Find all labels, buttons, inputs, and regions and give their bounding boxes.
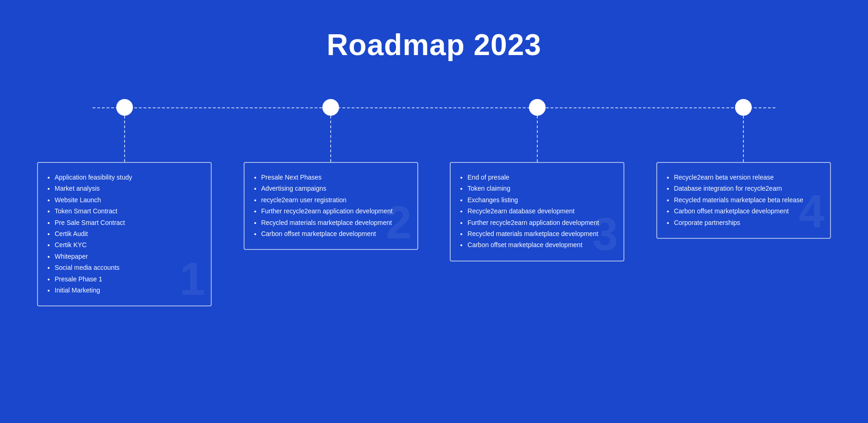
list-item: Corporate partnerships — [674, 218, 822, 228]
page-title: Roadmap 2023 — [327, 28, 541, 62]
list-item: Database integration for recycle2earn — [674, 183, 822, 193]
phase-column-4: Recycle2earn beta version releaseDatabas… — [656, 99, 831, 239]
timeline-node-4 — [735, 99, 752, 116]
list-item: Carbon offset marketplace development — [261, 229, 409, 239]
list-item: Carbon offset marketplace development — [467, 240, 615, 250]
timeline-connector-2 — [330, 116, 331, 162]
timeline-node-3 — [529, 99, 546, 116]
list-item: Pre Sale Smart Contract — [55, 218, 202, 228]
list-item: Advertising campaigns — [261, 183, 409, 193]
phase-card-3: End of presaleToken claimingExchanges li… — [450, 162, 624, 261]
list-item: recycle2earn user registration — [261, 195, 409, 205]
phase-list-1: Application feasibility studyMarket anal… — [46, 172, 202, 295]
list-item: Recycle2earn beta version release — [674, 172, 822, 182]
phase-column-1: Application feasibility studyMarket anal… — [37, 99, 212, 306]
roadmap-container: Application feasibility studyMarket anal… — [0, 99, 868, 306]
phase-list-2: Presale Next PhasesAdvertising campaigns… — [253, 172, 409, 239]
phase-column-2: Presale Next PhasesAdvertising campaigns… — [244, 99, 418, 250]
list-item: Website Launch — [55, 195, 202, 205]
list-item: Further recycle2earn application develop… — [467, 218, 615, 228]
list-item: Whitepaper — [55, 251, 202, 261]
timeline-connector-3 — [537, 116, 538, 162]
list-item: Exchanges listing — [467, 195, 615, 205]
timeline-connector-4 — [743, 116, 744, 162]
list-item: Token claiming — [467, 183, 615, 193]
phase-card-1: Application feasibility studyMarket anal… — [37, 162, 212, 306]
list-item: Token Smart Contract — [55, 206, 202, 216]
phase-list-3: End of presaleToken claimingExchanges li… — [459, 172, 615, 250]
list-item: Certik KYC — [55, 240, 202, 250]
list-item: Initial Marketing — [55, 285, 202, 295]
list-item: Certik Audit — [55, 229, 202, 239]
phase-card-4: Recycle2earn beta version releaseDatabas… — [656, 162, 831, 239]
phase-card-2: Presale Next PhasesAdvertising campaigns… — [244, 162, 418, 250]
list-item: Recycled materials marketplace developme… — [261, 218, 409, 228]
list-item: Recycled materials marketplace developme… — [467, 229, 615, 239]
list-item: End of presale — [467, 172, 615, 182]
list-item: Market analysis — [55, 183, 202, 193]
timeline-node-1 — [116, 99, 133, 116]
list-item: Further recycle2earn application develop… — [261, 206, 409, 216]
timeline-connector-1 — [124, 116, 125, 162]
phase-column-3: End of presaleToken claimingExchanges li… — [450, 99, 624, 261]
list-item: Carbon offset marketplace development — [674, 206, 822, 216]
list-item: Recycle2earn database development — [467, 206, 615, 216]
list-item: Social media accounts — [55, 262, 202, 273]
list-item: Recycled materials marketplace beta rele… — [674, 195, 822, 205]
list-item: Presale Next Phases — [261, 172, 409, 182]
phase-list-4: Recycle2earn beta version releaseDatabas… — [666, 172, 822, 228]
timeline-node-2 — [322, 99, 339, 116]
timeline-row: Application feasibility studyMarket anal… — [37, 99, 831, 306]
list-item: Application feasibility study — [55, 172, 202, 182]
list-item: Presale Phase 1 — [55, 274, 202, 284]
